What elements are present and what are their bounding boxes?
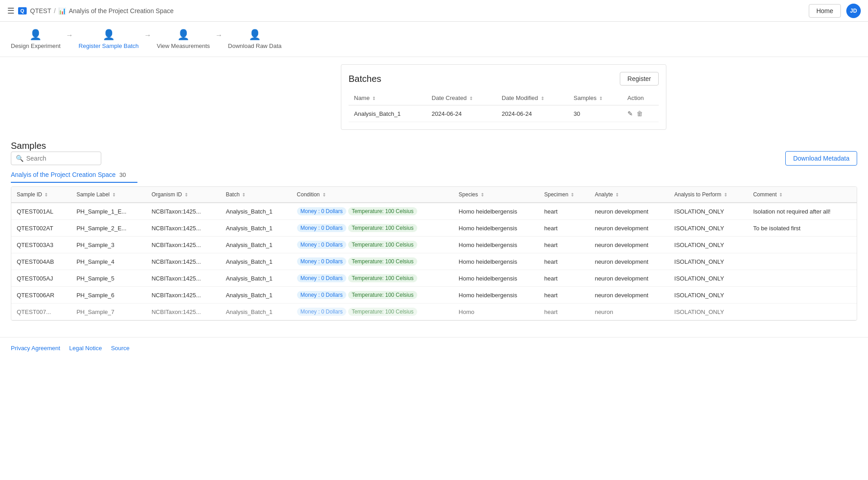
breadcrumb-project[interactable]: QTEST <box>30 7 52 14</box>
cell-batch: Analysis_Batch_1 <box>220 304 291 320</box>
sort-icon-batch: ⇕ <box>242 192 245 197</box>
batch-date-modified: 2024-06-24 <box>496 105 568 122</box>
delete-batch-icon[interactable]: 🗑 <box>637 110 643 117</box>
cell-comment <box>748 270 857 287</box>
samples-table-scroll[interactable]: Sample ID ⇕ Sample Label ⇕ Organism ID ⇕… <box>11 187 857 320</box>
cell-comment: Isolation not required after all! <box>748 203 857 220</box>
workflow-arrow-2: → <box>144 31 151 48</box>
col-specimen[interactable]: Specimen ⇕ <box>539 187 590 203</box>
cell-comment <box>748 304 857 320</box>
condition-tag-money: Money : 0 Dollars <box>297 224 346 232</box>
project-tab-count: 30 <box>119 171 126 178</box>
table-row: QTEST005AJ PH_Sample_5 NCBITaxon:1425...… <box>11 270 857 287</box>
sort-icon-sample-label: ⇕ <box>112 192 116 197</box>
col-organism-id[interactable]: Organism ID ⇕ <box>146 187 220 203</box>
cell-analysis: ISOLATION_ONLY <box>669 220 748 237</box>
col-condition[interactable]: Condition ⇕ <box>292 187 453 203</box>
cell-condition: Money : 0 DollarsTemperature: 100 Celsiu… <box>292 304 453 320</box>
batches-col-name[interactable]: Name ⇕ <box>349 91 426 105</box>
cell-analyte: neuron development <box>590 237 669 253</box>
col-sample-id[interactable]: Sample ID ⇕ <box>11 187 71 203</box>
batches-header: Batches Register <box>349 72 659 86</box>
cell-analyte: neuron development <box>590 287 669 304</box>
hamburger-icon[interactable]: ☰ <box>7 6 14 16</box>
sort-icon-condition: ⇕ <box>322 192 326 197</box>
cell-condition: Money : 0 DollarsTemperature: 100 Celsiu… <box>292 237 453 253</box>
avatar[interactable]: JD <box>846 4 861 18</box>
cell-condition: Money : 0 DollarsTemperature: 100 Celsiu… <box>292 203 453 220</box>
cell-sample-id: QTEST004AB <box>11 253 71 270</box>
footer: Privacy Agreement Legal Notice Source <box>0 337 868 359</box>
cell-species: Homo <box>453 304 539 320</box>
workflow-step-design[interactable]: 👤 Design Experiment <box>11 29 61 49</box>
sort-icon-comment: ⇕ <box>779 192 783 197</box>
cell-organism-id: NCBITaxon:1425... <box>146 304 220 320</box>
table-row: QTEST006AR PH_Sample_6 NCBITaxon:1425...… <box>11 287 857 304</box>
navbar: ☰ Q QTEST / 📊 Analyis of the Project Cre… <box>0 0 868 22</box>
sort-icon-species: ⇕ <box>481 192 484 197</box>
register-sample-label: Register Sample Batch <box>79 43 139 49</box>
privacy-agreement-link[interactable]: Privacy Agreement <box>11 345 60 352</box>
condition-tag-temp: Temperature: 100 Celsius <box>348 291 417 299</box>
col-batch[interactable]: Batch ⇕ <box>220 187 291 203</box>
edit-batch-icon[interactable]: ✎ <box>627 110 633 117</box>
search-box[interactable]: 🔍 <box>11 152 101 165</box>
breadcrumb-analysis[interactable]: Analyis of the Project Creation Space <box>69 7 174 14</box>
cell-specimen: heart <box>539 203 590 220</box>
home-button[interactable]: Home <box>809 4 841 18</box>
cell-analysis: ISOLATION_ONLY <box>669 253 748 270</box>
cell-analysis: ISOLATION_ONLY <box>669 270 748 287</box>
col-analyte[interactable]: Analyte ⇕ <box>590 187 669 203</box>
cell-sample-id: QTEST007... <box>11 304 71 320</box>
navbar-left: ☰ Q QTEST / 📊 Analyis of the Project Cre… <box>7 6 174 16</box>
col-comment[interactable]: Comment ⇕ <box>748 187 857 203</box>
download-metadata-button[interactable]: Download Metadata <box>785 151 857 166</box>
col-species[interactable]: Species ⇕ <box>453 187 539 203</box>
condition-tag-temp: Temperature: 100 Celsius <box>348 241 417 249</box>
cell-analyte: neuron development <box>590 203 669 220</box>
cell-sample-label: PH_Sample_3 <box>71 237 146 253</box>
cell-sample-id: QTEST006AR <box>11 287 71 304</box>
sort-icon-organism-id: ⇕ <box>184 192 188 197</box>
project-tab-label[interactable]: Analyis of the Project Creation Space <box>11 171 116 178</box>
cell-analyte: neuron development <box>590 220 669 237</box>
project-tab-row: Analyis of the Project Creation Space 30 <box>11 171 857 180</box>
condition-tag-temp: Temperature: 100 Celsius <box>348 257 417 266</box>
workflow-step-download[interactable]: 👤 Download Raw Data <box>228 29 282 49</box>
cell-analysis: ISOLATION_ONLY <box>669 287 748 304</box>
table-row: QTEST004AB PH_Sample_4 NCBITaxon:1425...… <box>11 253 857 270</box>
sort-icon-sample-id: ⇕ <box>44 192 48 197</box>
design-experiment-label: Design Experiment <box>11 43 61 49</box>
cell-batch: Analysis_Batch_1 <box>220 237 291 253</box>
batch-name: Analysis_Batch_1 <box>349 105 426 122</box>
source-link[interactable]: Source <box>111 345 129 352</box>
cell-species: Homo heidelbergensis <box>453 203 539 220</box>
cell-species: Homo heidelbergensis <box>453 220 539 237</box>
cell-sample-label: PH_Sample_5 <box>71 270 146 287</box>
condition-tag-temp: Temperature: 100 Celsius <box>348 308 417 316</box>
samples-table-wrapper: Sample ID ⇕ Sample Label ⇕ Organism ID ⇕… <box>11 186 857 321</box>
cell-sample-label: PH_Sample_4 <box>71 253 146 270</box>
download-raw-icon: 👤 <box>249 29 261 41</box>
cell-sample-id: QTEST005AJ <box>11 270 71 287</box>
workflow-step-measurements[interactable]: 👤 View Measurements <box>157 29 210 49</box>
cell-comment <box>748 237 857 253</box>
sort-icon-analysis: ⇕ <box>724 192 727 197</box>
batches-col-date-created[interactable]: Date Created ⇕ <box>426 91 496 105</box>
search-input[interactable] <box>26 155 96 162</box>
batches-col-date-modified[interactable]: Date Modified ⇕ <box>496 91 568 105</box>
cell-species: Homo heidelbergensis <box>453 253 539 270</box>
app-logo: Q <box>18 7 27 14</box>
col-sample-label[interactable]: Sample Label ⇕ <box>71 187 146 203</box>
batch-date-created: 2024-06-24 <box>426 105 496 122</box>
condition-tag-money: Money : 0 Dollars <box>297 308 346 316</box>
register-batch-button[interactable]: Register <box>620 72 659 86</box>
cell-batch: Analysis_Batch_1 <box>220 220 291 237</box>
condition-tag-money: Money : 0 Dollars <box>297 291 346 299</box>
batches-col-samples[interactable]: Samples ⇕ <box>568 91 622 105</box>
workflow-step-register[interactable]: 👤 Register Sample Batch <box>79 29 139 49</box>
batch-actions: ✎ 🗑 <box>622 105 659 122</box>
col-analysis[interactable]: Analysis to Perform ⇕ <box>669 187 748 203</box>
cell-batch: Analysis_Batch_1 <box>220 203 291 220</box>
legal-notice-link[interactable]: Legal Notice <box>69 345 102 352</box>
